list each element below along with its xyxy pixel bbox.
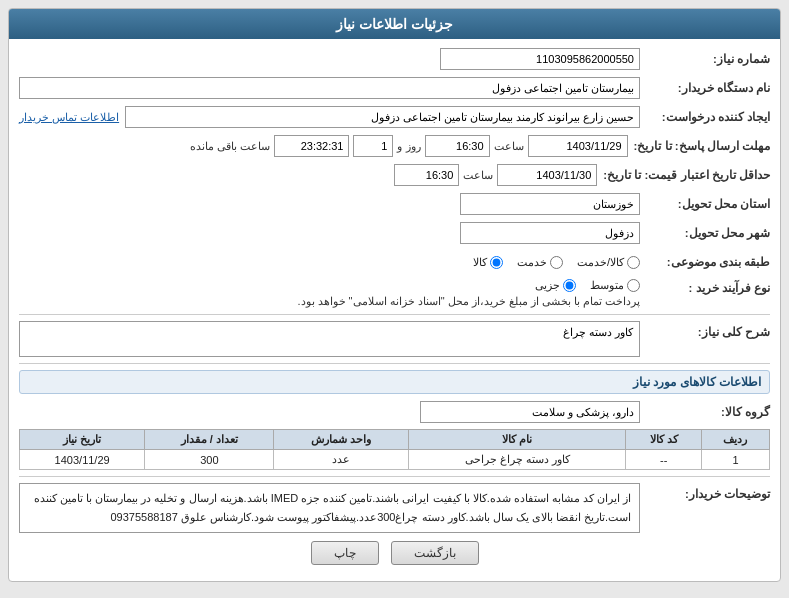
shahr-label: شهر محل تحویل: [640,226,770,240]
mohlat-date-input[interactable] [528,135,628,157]
nooe-farayand-jozi-input[interactable] [563,279,576,292]
nooe-farayand-label: نوع فرآیند خرید : [640,279,770,295]
cell-vahed: عدد [274,450,408,470]
buttons-row: بازگشت چاپ [19,541,770,573]
cell-tarikh: 1403/11/29 [20,450,145,470]
tabaqe-radio-group: کالا/خدمت خدمت کالا [473,256,640,269]
hadaqal-date-input[interactable] [497,164,597,186]
col-kod: کد کالا [626,430,702,450]
ostan-input[interactable] [460,193,640,215]
hadaqal-label: حداقل تاریخ اعتبار قیمت: تا تاریخ: [597,168,770,182]
nooe-farayand-motavasset-label: متوسط [590,279,624,292]
print-button[interactable]: چاپ [311,541,379,565]
divider-1 [19,314,770,315]
shomara-niaz-label: شماره نیاز: [640,52,770,66]
kala-table-section: ردیف کد کالا نام کالا واحد شمارش تعداد /… [19,429,770,470]
tabaqe-label: طبقه بندی موضوعی: [640,255,770,269]
ostan-label: استان محل تحویل: [640,197,770,211]
shomara-niaz-input[interactable] [440,48,640,70]
tabaqe-radio-khidmat-input[interactable] [550,256,563,269]
mohlat-roz-label: روز و [397,140,420,153]
ijad-konande-input[interactable] [125,106,640,128]
tabaqe-radio-kala-input[interactable] [490,256,503,269]
col-name: نام کالا [408,430,625,450]
nooe-farayand-jozi-label: جزیی [535,279,560,292]
name-dastgah-label: نام دستگاه خریدار: [640,81,770,95]
col-tedad: تعداد / مقدار [145,430,274,450]
page-title: جزئیات اطلاعات نیاز [336,16,453,32]
cell-kod: -- [626,450,702,470]
group-kala-label: گروه کالا: [640,405,770,419]
tabaqe-radio-kala-khidmat-input[interactable] [627,256,640,269]
sherh-textarea[interactable] [19,321,640,357]
name-dastgah-input[interactable] [19,77,640,99]
tabaqe-kala-label: کالا [473,256,487,269]
group-kala-input[interactable] [420,401,640,423]
ijad-konande-label: ایجاد کننده درخواست: [640,110,770,124]
tozi-label: توضیحات خریدار: [640,483,770,501]
col-vahed: واحد شمارش [274,430,408,450]
mohlat-label: مهلت ارسال پاسخ: تا تاریخ: [628,139,770,153]
etelaat-section-title: اطلاعات کالاهای مورد نیاز [19,370,770,394]
table-row: 1--کاور دسته چراغ جراحیعدد3001403/11/29 [20,450,770,470]
tabaqe-radio-khidmat[interactable]: خدمت [517,256,563,269]
col-tarikh: تاریخ نیاز [20,430,145,450]
kala-table: ردیف کد کالا نام کالا واحد شمارش تعداد /… [19,429,770,470]
col-radif: ردیف [701,430,769,450]
cell-tedad: 300 [145,450,274,470]
tozi-box: از ایران کد مشابه استفاده شده.کالا با کی… [19,483,640,533]
hadaqal-time-label: ساعت [463,169,493,182]
page-header: جزئیات اطلاعات نیاز [9,9,780,39]
sherh-label: شرح کلی نیاز: [640,321,770,339]
nooe-farayand-radio-motavasset[interactable]: متوسط [590,279,640,292]
nooe-farayand-radio-group: متوسط جزیی [535,279,640,292]
tabaqe-radio-kala[interactable]: کالا [473,256,503,269]
mohlat-saat-label: ساعت باقی مانده [190,140,270,153]
mohlat-time-input[interactable] [425,135,490,157]
tabaqe-khidmat-label: خدمت [517,256,547,269]
nooe-farayand-radio-jozi[interactable]: جزیی [535,279,576,292]
divider-2 [19,363,770,364]
shahr-input[interactable] [460,222,640,244]
mohlat-roz-input[interactable] [353,135,393,157]
mohlat-remain-input[interactable] [274,135,349,157]
tabaqe-radio-kala-khidmat[interactable]: کالا/خدمت [577,256,640,269]
divider-3 [19,476,770,477]
mohlat-time-label: ساعت [494,140,524,153]
back-button[interactable]: بازگشت [391,541,479,565]
nooe-farayand-note: پرداخت تمام با بخشی از مبلغ خرید،از محل … [297,295,640,308]
tabaqe-kala-khidmat-label: کالا/خدمت [577,256,624,269]
cell-radif: 1 [701,450,769,470]
hadaqal-time-input[interactable] [394,164,459,186]
nooe-farayand-motavasset-input[interactable] [627,279,640,292]
contact-info-link[interactable]: اطلاعات تماس خریدار [19,111,119,124]
cell-name: کاور دسته چراغ جراحی [408,450,625,470]
